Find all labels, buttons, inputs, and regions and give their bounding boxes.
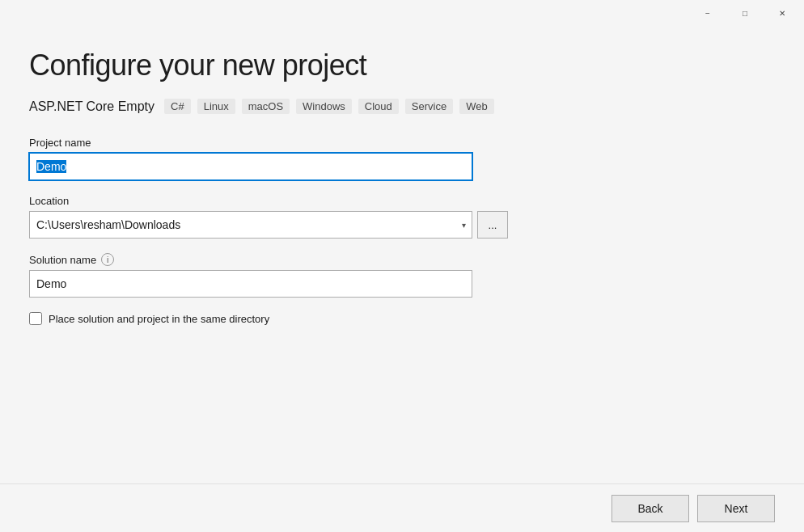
location-select[interactable]: C:\Users\resham\Downloads xyxy=(29,211,472,239)
project-name-label: Project name xyxy=(29,137,547,149)
project-type-name: ASP.NET Core Empty xyxy=(29,99,154,114)
solution-name-label-row: Solution name i xyxy=(29,253,547,266)
tag-service: Service xyxy=(405,99,453,114)
main-content: Configure your new project ASP.NET Core … xyxy=(0,26,804,325)
project-name-group: Project name xyxy=(29,137,547,180)
info-icon: i xyxy=(101,253,114,266)
solution-name-label: Solution name xyxy=(29,254,96,266)
same-directory-row: Place solution and project in the same d… xyxy=(29,312,547,325)
browse-button[interactable]: ... xyxy=(477,211,508,239)
location-label: Location xyxy=(29,195,547,207)
tag-web: Web xyxy=(459,99,494,114)
solution-name-group: Solution name i xyxy=(29,253,547,298)
tags-row: ASP.NET Core Empty C# Linux macOS Window… xyxy=(29,99,775,114)
close-button[interactable]: ✕ xyxy=(764,0,801,26)
minimize-button[interactable]: − xyxy=(689,0,726,26)
tag-csharp: C# xyxy=(164,99,191,114)
page-title: Configure your new project xyxy=(29,49,775,82)
project-name-input[interactable] xyxy=(29,153,472,180)
maximize-button[interactable]: □ xyxy=(726,0,764,26)
location-select-wrap: C:\Users\resham\Downloads ▾ xyxy=(29,211,472,239)
same-directory-label[interactable]: Place solution and project in the same d… xyxy=(49,313,269,325)
next-button[interactable]: Next xyxy=(697,495,775,522)
tag-linux: Linux xyxy=(197,99,235,114)
location-group: Location C:\Users\resham\Downloads ▾ ... xyxy=(29,195,547,239)
solution-name-input[interactable] xyxy=(29,270,472,298)
back-button[interactable]: Back xyxy=(611,495,689,522)
tag-macos: macOS xyxy=(242,99,290,114)
form-section: Project name Location C:\Users\resham\Do… xyxy=(29,137,547,325)
same-directory-checkbox[interactable] xyxy=(29,312,42,325)
title-bar: − □ ✕ xyxy=(0,0,804,26)
tag-windows: Windows xyxy=(296,99,352,114)
bottom-bar: Back Next xyxy=(0,483,804,532)
tag-cloud: Cloud xyxy=(358,99,399,114)
location-row: C:\Users\resham\Downloads ▾ ... xyxy=(29,211,547,239)
